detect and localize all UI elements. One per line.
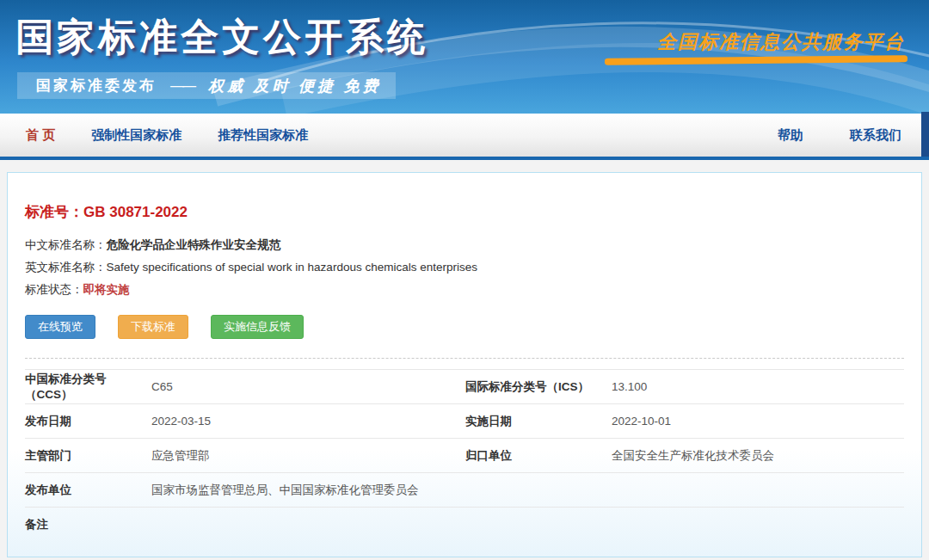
status-badge: 即将实施	[83, 283, 130, 296]
field-english-name: 英文标准名称：Safety specifications of special …	[25, 256, 904, 279]
platform-name: 全国标准信息公共服务平台	[657, 29, 905, 55]
nav-left-group: 首 页 强制性国家标准 推荐性国家标准	[0, 127, 318, 144]
table-row: 备注	[25, 507, 904, 541]
publish-date-label: 发布日期	[25, 414, 151, 429]
action-buttons: 在线预览 下载标准 实施信息反馈	[25, 315, 904, 339]
field-chinese-name-value: 危险化学品企业特殊作业安全规范	[107, 238, 281, 251]
download-standard-button[interactable]: 下载标准	[118, 315, 188, 339]
field-english-name-value: Safety specifications of special work in…	[107, 261, 477, 274]
centralized-unit-value: 全国安全生产标准化技术委员会	[612, 448, 904, 464]
nav-item-recommended-standards[interactable]: 推荐性国家标准	[207, 127, 318, 144]
implement-date-label: 实施日期	[465, 414, 612, 429]
table-row: 发布日期 2022-03-15 实施日期 2022-10-01	[25, 403, 904, 438]
publish-date-value: 2022-03-15	[151, 415, 465, 428]
issuing-unit-value: 国家市场监督管理总局、中国国家标准化管理委员会	[151, 483, 904, 498]
standard-fields: 中文标准名称：危险化学品企业特殊作业安全规范 英文标准名称：Safety spe…	[25, 234, 904, 301]
right-edge-element	[921, 112, 929, 157]
standard-number-label: 标准号：	[25, 204, 83, 220]
nav-item-home[interactable]: 首 页	[15, 127, 65, 144]
remarks-label: 备注	[25, 517, 151, 532]
ics-value: 13.100	[612, 380, 904, 393]
dashed-divider	[25, 358, 904, 359]
field-chinese-name-label: 中文标准名称：	[25, 238, 107, 251]
nav-item-mandatory-standards[interactable]: 强制性国家标准	[81, 127, 192, 144]
implement-date-value: 2022-10-01	[612, 415, 904, 428]
table-row: 中国标准分类号（CCS） C65 国际标准分类号（ICS） 13.100	[25, 369, 904, 403]
main-nav: 首 页 强制性国家标准 推荐性国家标准 帮助 联系我们	[0, 114, 929, 160]
table-row: 主管部门 应急管理部 归口单位 全国安全生产标准化技术委员会	[25, 438, 904, 472]
ics-label: 国际标准分类号（ICS）	[465, 379, 612, 395]
ccs-value: C65	[151, 380, 465, 393]
site-header: 国家标准全文公开系统 国家标准委发布 —— 权威 及时 便捷 免费 全国标准信息…	[0, 0, 929, 114]
standard-number-value: GB 30871-2022	[83, 204, 188, 220]
motto-text: 权威 及时 便捷 免费	[208, 76, 382, 96]
competent-department-value: 应急管理部	[151, 448, 465, 464]
standard-info-table: 中国标准分类号（CCS） C65 国际标准分类号（ICS） 13.100 发布日…	[25, 369, 904, 541]
header-sub-banner: 国家标准委发布 —— 权威 及时 便捷 免费	[17, 72, 396, 99]
field-chinese-name: 中文标准名称：危险化学品企业特殊作业安全规范	[25, 234, 904, 256]
nav-item-contact-us[interactable]: 联系我们	[840, 127, 912, 144]
nav-item-help[interactable]: 帮助	[767, 127, 814, 144]
online-preview-button[interactable]: 在线预览	[25, 315, 95, 339]
dash-decoration: ——	[170, 78, 194, 94]
field-status: 标准状态：即将实施	[25, 279, 904, 301]
implementation-feedback-button[interactable]: 实施信息反馈	[211, 315, 304, 339]
site-title: 国家标准全文公开系统	[15, 12, 428, 63]
ccs-label: 中国标准分类号（CCS）	[25, 372, 151, 403]
publisher-text: 国家标准委发布	[36, 76, 157, 95]
table-row: 发布单位 国家市场监督管理总局、中国国家标准化管理委员会	[25, 472, 904, 507]
field-english-name-label: 英文标准名称：	[25, 261, 107, 274]
nav-right-group: 帮助 联系我们	[741, 127, 912, 144]
competent-department-label: 主管部门	[25, 448, 151, 464]
field-status-label: 标准状态：	[25, 283, 83, 296]
issuing-unit-label: 发布单位	[25, 483, 151, 498]
standard-detail-panel: 标准号：GB 30871-2022 中文标准名称：危险化学品企业特殊作业安全规范…	[7, 172, 922, 557]
centralized-unit-label: 归口单位	[465, 448, 612, 464]
standard-number-heading: 标准号：GB 30871-2022	[25, 202, 904, 222]
